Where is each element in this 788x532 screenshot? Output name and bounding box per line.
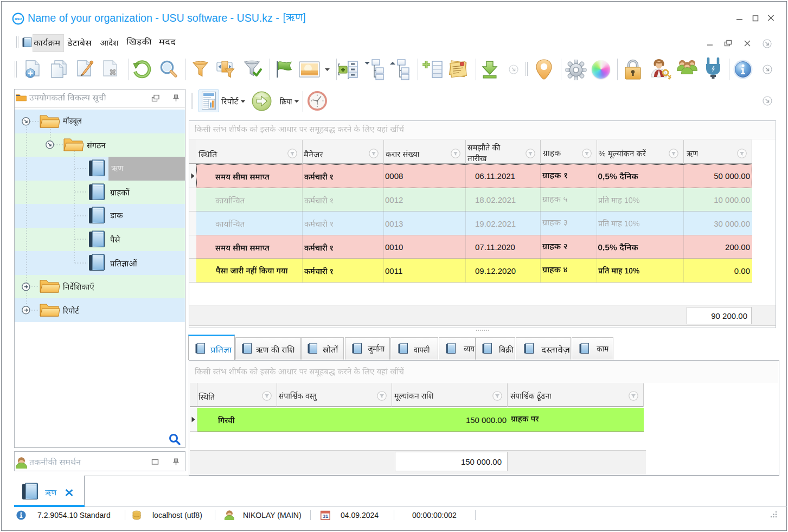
svg-text:31: 31 (323, 513, 329, 519)
svg-text:usu: usu (15, 16, 22, 21)
